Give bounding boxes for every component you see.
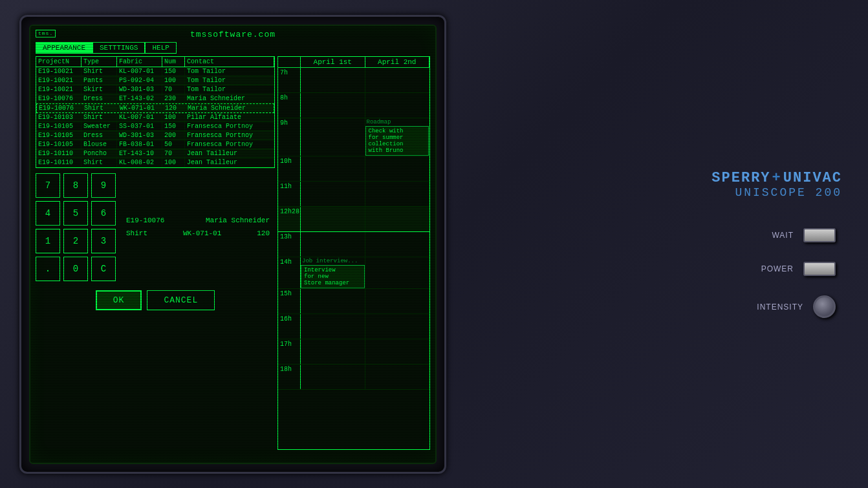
calendar-cell[interactable] (365, 314, 430, 339)
numpad-btn-3[interactable]: 3 (91, 229, 116, 253)
table-cell: E19-10105 (36, 122, 81, 131)
event-label: Job interview... (301, 257, 365, 265)
time-label: 16h (278, 314, 301, 339)
numpad-btn-7[interactable]: 7 (36, 173, 60, 198)
calendar-cell[interactable] (365, 93, 430, 118)
calendar-cell[interactable] (365, 156, 430, 181)
calendar-cell[interactable] (301, 156, 365, 181)
time-label: 14h (278, 257, 301, 288)
action-buttons: OK CANCEL (36, 286, 275, 314)
calendar-cell[interactable] (365, 257, 430, 288)
table-cell: Maria Schneider (186, 104, 274, 112)
calendar-cell[interactable] (301, 232, 365, 257)
main-area: ProjectN Type Fabric Num Contact E19-100… (36, 56, 430, 450)
table-cell: E19-10076 (36, 94, 81, 103)
time-label: 10h (278, 156, 301, 181)
event-label: Roadmap (365, 118, 429, 126)
col-header-num: Num (162, 57, 185, 67)
calendar-cell[interactable] (301, 182, 365, 206)
intensity-knob[interactable] (813, 295, 836, 318)
numpad-btn-9[interactable]: 9 (91, 173, 116, 198)
calendar-cell[interactable] (301, 93, 365, 118)
calendar-cell[interactable] (365, 289, 430, 313)
table-cell: E19-10021 (36, 85, 81, 94)
time-label: 17h (278, 339, 301, 364)
calendar-cell[interactable] (365, 232, 430, 257)
info-project: E19-10076 (126, 217, 164, 224)
table-row[interactable]: E19-10103ShirtKL-007-01100Pilar Alfaiate (36, 113, 274, 122)
time-row: 11h (278, 182, 429, 207)
menu-appearance[interactable]: APPEARANCE (36, 42, 92, 54)
calendar-cell[interactable] (301, 339, 365, 364)
info-type: Shirt (126, 229, 147, 237)
table-cell: E19-10105 (36, 140, 81, 149)
numpad-btn-5[interactable]: 5 (63, 201, 88, 226)
sperry-cross: + (772, 170, 782, 186)
time-label: 11h (278, 182, 301, 206)
menu-help[interactable]: HELP (145, 42, 176, 54)
table-row[interactable]: E19-10105BlouseFB-038-0150Fransesca Port… (36, 140, 274, 149)
calendar-cell[interactable] (365, 365, 430, 389)
info-fabric: WK-071-01 (183, 229, 221, 237)
wait-control-row: WAIT (667, 228, 836, 242)
calendar-cell[interactable] (301, 365, 365, 389)
cancel-button[interactable]: CANCEL (147, 290, 215, 310)
power-toggle[interactable] (803, 262, 836, 276)
time-label: 8h (278, 93, 301, 118)
calendar-body: 7h8h9hRoadmapCheck withfor summercollect… (277, 67, 430, 450)
calendar-cell[interactable]: Job interview...Interviewfor newStore ma… (301, 257, 365, 288)
calendar-cell[interactable] (301, 68, 365, 92)
sperry-brand-text: SPERRY + UNIVAC (711, 170, 842, 186)
table-row[interactable]: E19-10105DressWD-301-03200Fransesca Port… (36, 131, 274, 140)
event-block: Check withfor summercollectionwith Bruno (365, 126, 429, 156)
numpad-btn-6[interactable]: 6 (91, 201, 116, 226)
table-row[interactable]: E19-10110ShirtKL-008-02100Jean Tailleur (36, 158, 274, 167)
wait-label: WAIT (772, 231, 794, 240)
calendar-cell[interactable]: RoadmapCheck withfor summercollectionwit… (365, 118, 430, 156)
time-row: 12h28 (278, 207, 429, 232)
numpad-btn-1[interactable]: 1 (36, 229, 60, 253)
cal-empty (278, 57, 301, 67)
table-row[interactable]: E19-10076ShirtWK-071-01120Maria Schneide… (36, 103, 274, 113)
table-row[interactable]: E19-10021ShirtKL-007-01150Tom Tailor (36, 67, 274, 76)
menu-settings[interactable]: SETTTINGS (92, 42, 145, 54)
table-cell: Pilar Alfaiate (185, 113, 274, 122)
calendar-cell[interactable] (301, 314, 365, 339)
intensity-control-row: INTENSITY (667, 295, 836, 318)
table-row[interactable]: E19-10021SkirtWD-301-0370Tom Tailor (36, 85, 274, 94)
ok-button[interactable]: OK (96, 290, 142, 310)
calendar-cell[interactable] (365, 339, 430, 364)
table-cell: Fransesca Portnoy (185, 131, 274, 140)
table-row[interactable]: E19-10021PantsPS-092-04100Tom Tailor (36, 76, 274, 85)
time-row: 10h (278, 156, 429, 182)
screen-bezel: tms. tmssoftware.com APPEARANCE SETTTING… (19, 15, 446, 474)
table-cell: Fransesca Portnoy (185, 122, 274, 131)
table-row[interactable]: E19-10076DressET-143-02230Maria Schneide… (36, 94, 274, 103)
calendar-cell[interactable] (365, 207, 430, 231)
table-row[interactable]: E19-10110PonchoET-143-1070Jean Tailleur (36, 149, 274, 158)
calendar-cell[interactable] (301, 289, 365, 313)
numpad-btn-4[interactable]: 4 (36, 201, 60, 226)
calendar-cell[interactable] (365, 68, 430, 92)
time-row: 13h (278, 232, 429, 257)
numpad-btn-8[interactable]: 8 (63, 173, 88, 198)
numpad-btn-0[interactable]: 0 (63, 257, 88, 281)
table-cell: KL-008-02 (117, 158, 162, 167)
numpad-btn-c[interactable]: C (91, 257, 116, 281)
table-cell: WK-071-01 (118, 104, 163, 112)
table-cell: Maria Schneider (185, 94, 274, 103)
calendar-cell[interactable] (301, 118, 365, 156)
calendar-cell[interactable] (301, 207, 365, 231)
event-block: Interviewfor newStore manager (301, 265, 365, 288)
calendar-cell[interactable] (365, 182, 430, 206)
table-cell: 200 (162, 131, 185, 140)
time-label: 18h (278, 365, 301, 389)
table-wrapper: ProjectN Type Fabric Num Contact E19-100… (36, 56, 275, 168)
wait-toggle[interactable] (803, 228, 836, 242)
table-cell: Shirt (82, 104, 118, 112)
numpad-btn-.[interactable]: . (36, 257, 60, 281)
numpad-btn-2[interactable]: 2 (63, 229, 88, 253)
cal-date-1: April 1st (301, 57, 365, 67)
table-row[interactable]: E19-10105SweaterSS-037-01150Fransesca Po… (36, 122, 274, 131)
table-cell: Dress (81, 131, 117, 140)
